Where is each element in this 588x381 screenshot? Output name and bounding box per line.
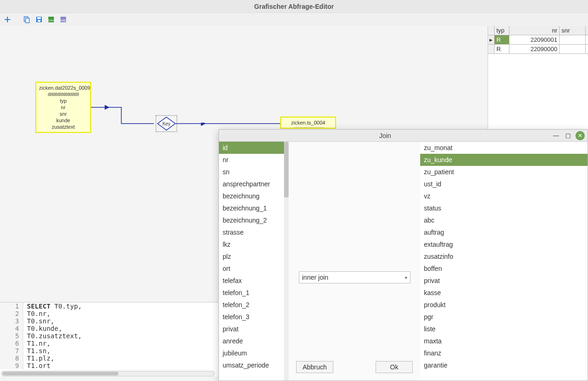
list-item[interactable]: anrede	[219, 335, 289, 347]
svg-text:CSV: CSV	[48, 19, 54, 22]
list-item[interactable]: privat	[420, 275, 588, 287]
sql-preview: 1SELECT T0.typ,2T0.nr,3T0.snr,4T0.kunde,…	[0, 302, 218, 376]
dialog-title: Join	[219, 132, 551, 139]
list-item[interactable]: lkz	[219, 238, 289, 250]
list-item[interactable]: auftrag	[420, 226, 588, 238]
maximize-button[interactable]: ▢	[563, 131, 573, 140]
key-node-selection	[156, 115, 177, 132]
list-item[interactable]: zusatzinfo	[420, 250, 588, 263]
entity-1-title: zicken.dat2022s_0009	[39, 85, 87, 91]
plus-icon[interactable]	[3, 15, 12, 24]
list-item[interactable]: telefon_2	[219, 299, 289, 311]
list-item[interactable]: ust_id	[420, 178, 588, 190]
list-item[interactable]: id	[219, 142, 289, 154]
list-item[interactable]: sn	[219, 166, 289, 178]
svg-rect-4	[38, 20, 40, 22]
list-item[interactable]: bezeichnung_1	[219, 202, 289, 214]
save-icon[interactable]	[34, 15, 44, 24]
join-dialog: Join — ▢ ✕ idnrsnansprechpartnerbezeichn…	[218, 129, 588, 381]
entity-2-title: zicken.ts_0004	[284, 119, 332, 126]
window-title: Grafischer Abfrage-Editor	[0, 0, 588, 13]
entity-box-2[interactable]: zicken.ts_0004 #############	[280, 117, 336, 129]
chevron-down-icon: ▾	[405, 275, 407, 280]
list-item[interactable]: extauftrag	[420, 238, 588, 250]
left-list-scrollbar[interactable]	[284, 142, 289, 197]
list-item[interactable]: bezeichnung	[219, 190, 289, 202]
svg-marker-9	[105, 105, 109, 109]
export-csv-icon[interactable]: CSV	[46, 15, 56, 24]
list-item[interactable]: ort	[219, 263, 289, 275]
copy-icon[interactable]	[22, 15, 32, 24]
list-item[interactable]: pgr	[420, 311, 588, 323]
list-item[interactable]: zu_kunde	[420, 154, 588, 166]
close-button[interactable]: ✕	[575, 131, 585, 140]
svg-rect-1	[26, 18, 29, 23]
table-row[interactable]: ▸R22090001	[488, 35, 588, 45]
list-item[interactable]: privat	[219, 323, 289, 335]
ok-button[interactable]: Ok	[376, 361, 413, 373]
minimize-button[interactable]: —	[551, 131, 561, 140]
cancel-button[interactable]: Abbruch	[296, 361, 333, 373]
list-item[interactable]: kasse	[420, 287, 588, 299]
sql-horizontal-scrollbar[interactable]	[1, 371, 215, 376]
svg-rect-3	[37, 17, 41, 19]
toolbar: CSV XML	[0, 13, 588, 26]
right-field-list[interactable]: zu_monatzu_kundezu_patientust_idvzstatus…	[420, 142, 588, 381]
list-item[interactable]: finanz	[420, 347, 588, 359]
svg-marker-12	[201, 123, 205, 125]
list-item[interactable]: zu_monat	[420, 142, 588, 154]
entity-box-1[interactable]: zicken.dat2022s_0009 ############# typ n…	[35, 82, 91, 133]
list-item[interactable]: telefon_3	[219, 311, 289, 323]
list-item[interactable]: abc	[420, 214, 588, 226]
list-item[interactable]: nr	[219, 154, 289, 166]
list-item[interactable]: boffen	[420, 263, 588, 275]
list-item[interactable]: bezeichnung_2	[219, 214, 289, 226]
col-header-typ[interactable]: typ	[495, 26, 509, 35]
table-row[interactable]: R22090000	[488, 45, 588, 54]
col-header-nr[interactable]: nr	[509, 26, 560, 35]
list-item[interactable]: vz	[420, 190, 588, 202]
left-field-list[interactable]: idnrsnansprechpartnerbezeichnungbezeichn…	[219, 142, 289, 381]
list-item[interactable]: status	[420, 202, 588, 214]
list-item[interactable]: ansprechpartner	[219, 178, 289, 190]
list-item[interactable]: telefax	[219, 275, 289, 287]
list-item[interactable]: garantie	[420, 359, 588, 371]
svg-text:XML: XML	[60, 19, 66, 22]
list-item[interactable]: jubileum	[219, 347, 289, 359]
list-item[interactable]: umsatz_periode	[219, 359, 289, 371]
col-header-snr[interactable]: snr	[560, 26, 586, 35]
list-item[interactable]: plz	[219, 250, 289, 263]
list-item[interactable]: telefon_1	[219, 287, 289, 299]
list-item[interactable]: zu_patient	[420, 166, 588, 178]
list-item[interactable]: maxta	[420, 335, 588, 347]
export-xml-icon[interactable]: XML	[59, 15, 68, 24]
list-item[interactable]: produkt	[420, 299, 588, 311]
list-item[interactable]: strasse	[219, 226, 289, 238]
join-type-select[interactable]: inner join ▾	[299, 271, 410, 283]
list-item[interactable]: liste	[420, 323, 588, 335]
